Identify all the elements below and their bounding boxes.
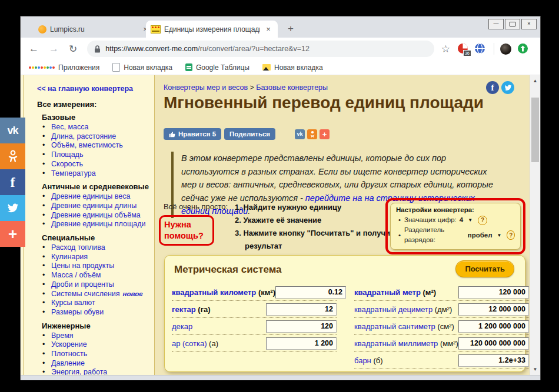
unit-link[interactable]: гектар xyxy=(172,305,196,314)
simple-label: Всё очень просто: xyxy=(164,202,228,211)
reload-icon[interactable]: ↻ xyxy=(69,43,77,55)
scroll-up-arrow[interactable]: ▲ xyxy=(530,76,540,85)
unit-value-input[interactable] xyxy=(458,354,529,367)
sidebar-item[interactable]: Масса / объём xyxy=(24,271,154,280)
tab-lumpics[interactable]: Lumpics.ru × xyxy=(34,21,155,38)
twitter-rail-icon[interactable] xyxy=(0,195,25,221)
unit-link[interactable]: ар (сотка) xyxy=(172,339,207,348)
vk-rail-icon[interactable]: vk xyxy=(0,118,25,143)
unit-value-input[interactable] xyxy=(266,303,337,316)
odnoklassniki-rail-icon[interactable] xyxy=(0,143,25,169)
breadcrumb-link-converters[interactable]: Конвертеры мер и весов xyxy=(164,83,248,92)
unit-row-barn: барн (б) xyxy=(354,352,529,369)
separator-label: Разделитель разрядов: xyxy=(404,225,465,245)
sidebar-item[interactable]: Древние единицы веса xyxy=(24,192,154,202)
tab-convert-me[interactable]: Единицы измерения площади. × xyxy=(146,21,278,38)
sidebar-item[interactable]: Цены на продукты xyxy=(24,262,154,271)
breadcrumb-link-basic[interactable]: Базовые конвертеры xyxy=(256,83,328,92)
chevron-down-icon[interactable]: ▼ xyxy=(497,230,502,240)
sidebar-item[interactable]: Расход топлива xyxy=(24,243,154,253)
sidebar-item[interactable]: Древние единицы площади xyxy=(24,220,154,229)
breadcrumb-separator: > xyxy=(250,83,254,92)
unit-value-input[interactable] xyxy=(266,337,337,350)
sidebar-item[interactable]: Температура xyxy=(24,169,154,179)
sidebar-item[interactable]: Древние единицы объёма xyxy=(24,211,154,220)
twitter-icon[interactable] xyxy=(501,81,514,94)
new-tab-button[interactable]: + xyxy=(284,22,298,36)
bookmarks-bar: Приложения Новая вкладка Google Таблицы … xyxy=(21,60,540,75)
like-button[interactable]: Нравится 5 xyxy=(164,128,221,140)
bookmark-star-icon[interactable]: ☆ xyxy=(441,43,450,55)
sidebar-item[interactable]: Длина, расстояние xyxy=(24,132,154,142)
sidebar-item-area[interactable]: Площадь xyxy=(24,150,154,160)
close-button[interactable]: × xyxy=(521,19,537,29)
sidebar-item[interactable]: Системы счисленияновое xyxy=(24,290,154,299)
profile-avatar[interactable] xyxy=(500,43,511,55)
convert-me-favicon-icon xyxy=(151,25,161,33)
sidebar-item[interactable]: Ускорение xyxy=(24,340,154,350)
sidebar-item[interactable]: Кулинария xyxy=(24,253,154,262)
unit-link[interactable]: барн xyxy=(354,356,371,365)
unit-value-input[interactable] xyxy=(458,286,529,299)
sidebar-item[interactable]: Плотность xyxy=(24,350,154,359)
extension-globe-icon[interactable] xyxy=(474,43,486,55)
extension-badge: 36 xyxy=(463,50,471,56)
facebook-rail-icon[interactable]: f xyxy=(0,169,25,195)
bookmark-apps[interactable]: Приложения xyxy=(29,63,99,72)
maximize-button[interactable] xyxy=(505,19,520,29)
unit-value-input[interactable] xyxy=(458,337,529,350)
help-link[interactable]: Нужна помощь? xyxy=(159,215,214,246)
unit-symbol: (дм²) xyxy=(435,305,452,314)
sidebar-item[interactable]: Объём, вместимость xyxy=(24,141,154,150)
sidebar-item[interactable]: Древние единицы длины xyxy=(24,202,154,211)
scrollbar-thumb[interactable] xyxy=(531,98,539,162)
sidebar-item[interactable]: Энергия, работа xyxy=(24,368,154,375)
sidebar-item[interactable]: Вес, масса xyxy=(24,123,154,132)
settings-title: Настройки конвертера: xyxy=(396,206,515,213)
back-icon[interactable]: ← xyxy=(29,43,39,55)
unit-link[interactable]: квадратный дециметр xyxy=(354,305,432,314)
bookmark-new-tab-1[interactable]: Новая вкладка xyxy=(112,63,172,72)
sidebar-item[interactable]: Скорость xyxy=(24,160,154,169)
more-share-icon[interactable]: + xyxy=(320,129,330,139)
sidebar-item[interactable]: Курсы валют xyxy=(24,299,154,308)
digits-value[interactable]: 4 xyxy=(460,215,463,225)
address-bar[interactable]: https://www.convert-me.com/ru/convert/ar… xyxy=(87,41,434,57)
tab-close-icon[interactable]: × xyxy=(264,25,273,33)
ok-share-icon[interactable] xyxy=(307,129,317,139)
unit-value-input[interactable] xyxy=(458,303,529,316)
sidebar-item[interactable]: Время xyxy=(24,331,154,341)
step-2: 2. Укажите её значение xyxy=(235,214,407,227)
unit-symbol: (см²) xyxy=(437,322,454,331)
unit-link[interactable]: квадратный сантиметр xyxy=(354,322,435,331)
unit-value-input[interactable] xyxy=(266,320,337,333)
unit-link[interactable]: декар xyxy=(172,322,192,331)
calculate-button[interactable]: Посчитать xyxy=(455,260,514,277)
sidebar-item[interactable]: Давление xyxy=(24,359,154,368)
bookmark-google-sheets[interactable]: Google Таблицы xyxy=(185,63,249,72)
share-plus-rail-icon[interactable]: + xyxy=(0,221,25,247)
help-question-icon[interactable]: ? xyxy=(478,216,487,225)
step-3: 3. Нажмите кнопку "Посчитать" и получите… xyxy=(235,227,407,253)
sidebar-item[interactable]: Размеры обуви xyxy=(24,308,154,317)
unit-value-input[interactable] xyxy=(458,320,529,333)
unit-link[interactable]: квадратный километр xyxy=(172,288,256,297)
share-button[interactable]: Поделиться xyxy=(224,128,275,140)
chevron-down-icon[interactable]: ▼ xyxy=(468,215,473,225)
unit-value-input[interactable] xyxy=(275,286,346,299)
unit-link[interactable]: квадратный метр xyxy=(354,288,421,297)
social-share-rail: vk f + xyxy=(0,118,25,247)
update-arrow-icon[interactable] xyxy=(517,43,529,55)
minimize-button[interactable]: — xyxy=(488,19,504,29)
page-scrollbar[interactable]: ▲ ▼ xyxy=(530,75,540,375)
bookmark-new-tab-2[interactable]: Новая вкладка xyxy=(262,63,323,72)
separator-value[interactable]: пробел xyxy=(468,230,493,240)
sidebar-home-link[interactable]: << на главную конвертера xyxy=(37,85,154,93)
vk-share-icon[interactable]: vk xyxy=(295,129,305,139)
scroll-down-arrow[interactable]: ▼ xyxy=(530,365,540,374)
help-question-icon[interactable]: ? xyxy=(507,230,515,240)
facebook-icon[interactable]: f xyxy=(486,81,499,94)
unit-link[interactable]: квадратный миллиметр xyxy=(354,339,438,348)
sidebar-item[interactable]: Дроби и проценты xyxy=(24,280,154,290)
extension-red-icon[interactable]: 36 xyxy=(457,43,469,55)
